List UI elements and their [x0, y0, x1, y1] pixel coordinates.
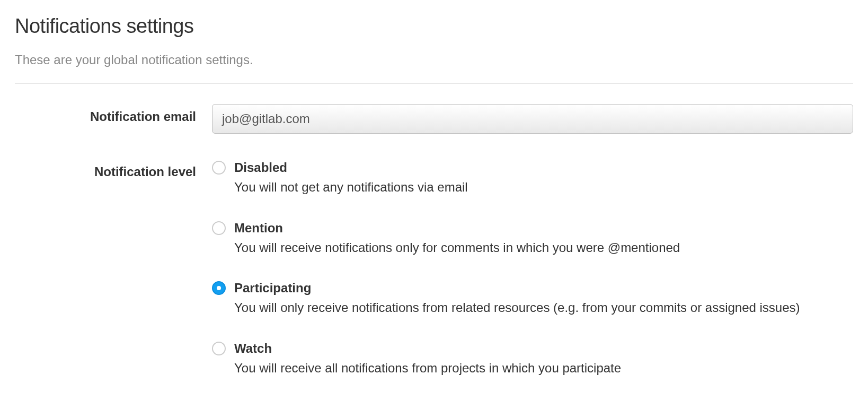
level-option-description: You will not get any notifications via e…: [234, 179, 853, 196]
radio-disabled[interactable]: [212, 161, 226, 175]
notification-level-options: DisabledYou will not get any notificatio…: [212, 159, 853, 377]
page-subtitle: These are your global notification setti…: [15, 53, 853, 67]
level-option-description: You will receive all notifications from …: [234, 360, 853, 377]
level-option-description: You will receive notifications only for …: [234, 239, 853, 256]
level-option-title: Participating: [234, 280, 853, 296]
level-row: Notification level DisabledYou will not …: [15, 159, 853, 377]
level-label: Notification level: [15, 159, 212, 179]
level-option-participating[interactable]: ParticipatingYou will only receive notif…: [212, 280, 853, 317]
email-label: Notification email: [15, 104, 212, 124]
radio-participating[interactable]: [212, 281, 226, 295]
level-option-watch[interactable]: WatchYou will receive all notifications …: [212, 340, 853, 377]
level-option-title: Mention: [234, 220, 853, 236]
radio-mention[interactable]: [212, 221, 226, 235]
page-title: Notifications settings: [15, 15, 853, 38]
level-option-text: ParticipatingYou will only receive notif…: [234, 280, 853, 317]
level-option-text: WatchYou will receive all notifications …: [234, 340, 853, 377]
section-divider: [15, 83, 853, 84]
level-option-disabled[interactable]: DisabledYou will not get any notificatio…: [212, 159, 853, 196]
level-option-mention[interactable]: MentionYou will receive notifications on…: [212, 220, 853, 257]
radio-watch[interactable]: [212, 342, 226, 355]
level-option-text: DisabledYou will not get any notificatio…: [234, 159, 853, 196]
email-row: Notification email job@gitlab.com: [15, 104, 853, 134]
level-option-text: MentionYou will receive notifications on…: [234, 220, 853, 257]
level-option-description: You will only receive notifications from…: [234, 299, 853, 316]
level-option-title: Disabled: [234, 159, 853, 176]
notification-email-select[interactable]: job@gitlab.com: [212, 104, 853, 134]
level-option-title: Watch: [234, 340, 853, 356]
